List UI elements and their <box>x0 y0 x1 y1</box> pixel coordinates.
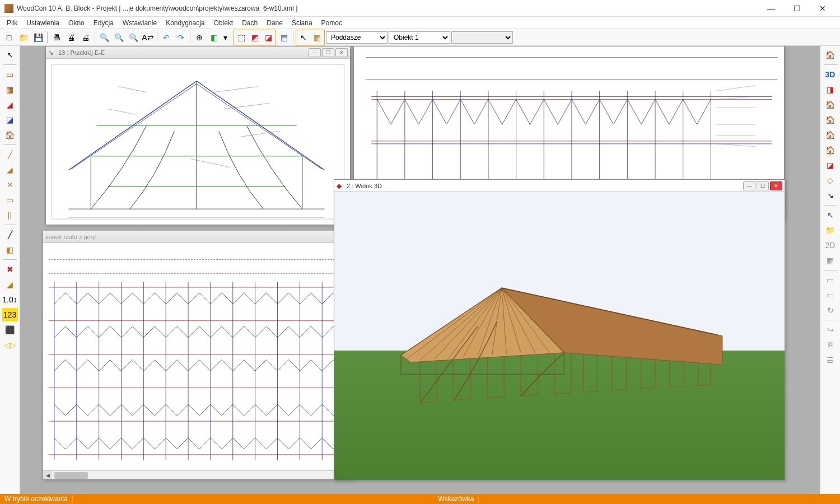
section-view-icon[interactable]: ◨ <box>823 83 838 96</box>
delete-icon[interactable]: ✖ <box>2 263 18 276</box>
copy-r-icon[interactable]: ⎘ <box>823 338 838 352</box>
open-file-icon[interactable]: 📁 <box>17 31 30 44</box>
menu-wstawianie[interactable]: Wstawianie <box>118 18 161 28</box>
height-icon[interactable]: 1.0↕ <box>2 293 18 306</box>
section-titlebar[interactable]: ↘ 13 : Przekrój E-E — ☐ ✕ <box>46 46 350 59</box>
view3d-close-button[interactable]: ✕ <box>770 181 782 190</box>
save-icon[interactable]: 💾 <box>31 31 45 44</box>
menu-dach[interactable]: Dach <box>237 18 262 28</box>
scroll-thumb[interactable] <box>54 472 88 479</box>
menu-sciana[interactable]: Ściana <box>287 18 317 28</box>
3d-view-icon[interactable]: 3D <box>823 68 838 81</box>
cursor-tool-icon[interactable]: ↖ <box>2 48 18 62</box>
svg-rect-26 <box>52 64 344 219</box>
house-tool-icon[interactable]: 🏠 <box>2 128 18 142</box>
open-r-icon[interactable]: 📁 <box>823 223 838 237</box>
zoom-in-icon[interactable]: 🔍 <box>97 31 111 44</box>
menu-pomoc[interactable]: Pomoc <box>317 18 347 28</box>
panel-tool-icon[interactable]: ◪ <box>2 113 18 127</box>
plate-tool-icon[interactable]: ▭ <box>2 193 18 207</box>
view3d-max-button[interactable]: ☐ <box>757 181 769 190</box>
grid-r-icon[interactable]: ▦ <box>823 254 838 267</box>
level-dropdown[interactable]: Poddasze <box>326 31 388 44</box>
edit-icon[interactable]: ◢ <box>2 278 18 291</box>
zoom-out-icon[interactable]: 🔍 <box>112 31 125 44</box>
rotate-icon[interactable]: ↻ <box>823 304 838 317</box>
mirror-icon[interactable]: ◁▷ <box>2 338 18 352</box>
print-preview-icon[interactable]: 🖨 <box>79 31 92 44</box>
plan-canvas[interactable]: ◀ ▶ <box>43 243 353 479</box>
view3d-scene[interactable] <box>334 192 785 480</box>
print-icon[interactable]: 🖨 <box>64 31 78 44</box>
menu-dane[interactable]: Dane <box>262 18 287 28</box>
section-window[interactable]: ↘ 13 : Przekrój E-E — ☐ ✕ <box>45 46 351 225</box>
box-tool-icon[interactable]: ◧ <box>2 243 18 256</box>
menu-kondygnacja[interactable]: Kondygnacja <box>161 18 209 28</box>
redo-icon[interactable]: ↷ <box>174 31 188 44</box>
export-icon[interactable]: ↪ <box>823 323 838 337</box>
side-separator <box>3 259 17 260</box>
object-dropdown[interactable]: Obiekt 1 <box>389 31 450 44</box>
menu-okno[interactable]: Okno <box>64 18 89 28</box>
side-separator <box>824 64 837 65</box>
view3d-titlebar[interactable]: ◆ 2 : Widok 3D — ☐ ✕ <box>334 180 785 192</box>
cross-tool-icon[interactable]: ✕ <box>2 178 18 192</box>
undo-icon[interactable]: ↶ <box>160 31 173 44</box>
cube-icon[interactable]: ◧ <box>207 31 221 44</box>
corner-view-icon[interactable]: ◪ <box>823 158 838 172</box>
select-r-icon[interactable]: ↖ <box>823 208 838 222</box>
scroll-left-icon[interactable]: ◀ <box>43 471 52 479</box>
rect2-r-icon[interactable]: ▭ <box>823 288 838 302</box>
post-tool-icon[interactable]: || <box>2 208 18 222</box>
home-view-icon[interactable]: 🏠 <box>823 48 838 62</box>
stock-icon[interactable]: ▦ <box>310 31 324 44</box>
view3d-window[interactable]: ◆ 2 : Widok 3D — ☐ ✕ <box>334 179 785 480</box>
2d-view-icon[interactable]: 2D <box>823 239 838 252</box>
cursor-icon[interactable]: ↖ <box>297 31 310 44</box>
section-min-button[interactable]: — <box>309 48 321 57</box>
section-canvas[interactable] <box>46 59 350 225</box>
section-close-button[interactable]: ✕ <box>335 48 348 57</box>
line-tool-icon[interactable]: ╱ <box>2 228 18 241</box>
house-view2-icon[interactable]: 🏠 <box>823 113 838 127</box>
origin-icon[interactable]: ⊕ <box>193 31 206 44</box>
rect-r-icon[interactable]: ▭ <box>823 273 838 287</box>
panel-mode-b-icon[interactable]: ◩ <box>248 31 262 44</box>
printer-setup-icon[interactable]: 🖶 <box>50 31 63 44</box>
extra-dropdown[interactable] <box>451 31 513 44</box>
house-red-icon[interactable]: 🏠 <box>823 98 838 111</box>
dropdown-arrow-icon[interactable]: ▾ <box>222 31 228 44</box>
plan-titlebar[interactable]: sunek rzutu z góry <box>43 231 353 243</box>
rect-tool-icon[interactable]: ▭ <box>2 68 18 81</box>
diamond-icon[interactable]: ◇ <box>823 174 838 187</box>
list-r-icon[interactable]: ☰ <box>823 353 838 367</box>
view3d-canvas[interactable] <box>334 192 785 480</box>
close-button[interactable]: ✕ <box>810 0 836 17</box>
house-view4-icon[interactable]: 🏠 <box>823 143 838 157</box>
roof-tool-icon[interactable]: ◢ <box>2 98 18 111</box>
steel-icon[interactable]: ⬛ <box>2 323 18 337</box>
menu-plik[interactable]: Plik <box>2 18 22 28</box>
hatch-icon[interactable]: ▤ <box>277 31 291 44</box>
grid-tool-icon[interactable]: ▦ <box>2 83 18 96</box>
svg-line-25 <box>716 144 755 147</box>
rafter-tool-icon[interactable]: ◢ <box>2 163 18 176</box>
menu-ustawienia[interactable]: Ustawienia <box>22 18 64 28</box>
new-file-icon[interactable]: □ <box>2 31 16 44</box>
zoom-fit-icon[interactable]: 🔍 <box>127 31 140 44</box>
section-max-button[interactable]: ☐ <box>322 48 334 57</box>
panel-mode-a-icon[interactable]: ⬚ <box>235 31 248 44</box>
number-icon[interactable]: 123 <box>2 308 18 321</box>
dimension-icon[interactable]: A⇄ <box>141 31 155 44</box>
view3d-min-button[interactable]: — <box>743 181 755 190</box>
maximize-button[interactable]: ☐ <box>784 0 810 17</box>
panel-mode-c-icon[interactable]: ◪ <box>262 31 275 44</box>
plan-window[interactable]: sunek rzutu z góry <box>43 231 353 480</box>
minimize-button[interactable]: — <box>758 0 784 17</box>
arrow-dr-icon[interactable]: ↘ <box>823 189 838 202</box>
house-view3-icon[interactable]: 🏠 <box>823 128 838 142</box>
plan-hscrollbar[interactable]: ◀ ▶ <box>43 470 353 479</box>
beam-tool-icon[interactable]: ╱ <box>2 148 18 161</box>
menu-edycja[interactable]: Edycja <box>89 18 118 28</box>
menu-obiekt[interactable]: Obiekt <box>209 18 238 28</box>
